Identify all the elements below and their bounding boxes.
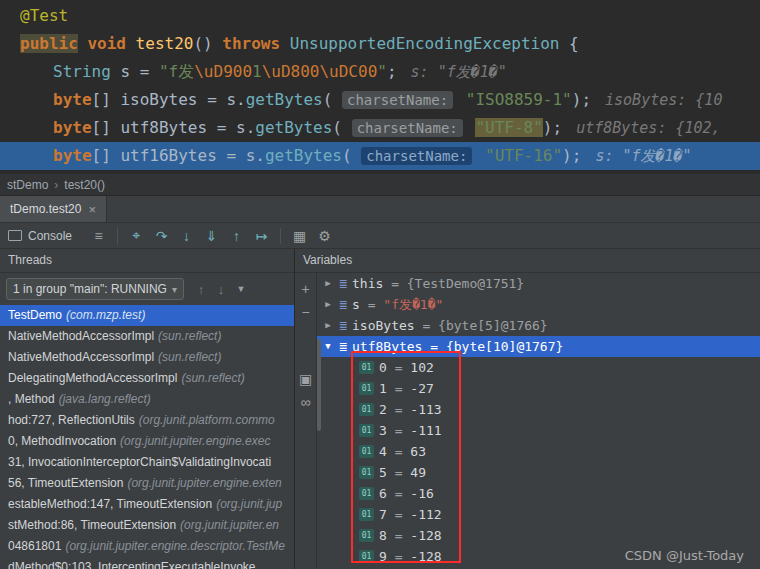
debug-toolbar-icons: ≡⌖↷↓⇓↑↦▦⚙ xyxy=(86,227,337,244)
frame-row[interactable]: 31, InvocationInterceptorChain$Validatin… xyxy=(0,452,294,473)
variable-row[interactable]: 014 = 63 xyxy=(317,441,760,462)
code-token: getBytes xyxy=(265,146,342,165)
code-token: "UTF-8" xyxy=(475,118,542,137)
code-token: "UTF-16" xyxy=(485,146,562,165)
frame-method: TestDemo xyxy=(8,308,62,322)
duplicate-watch-icon[interactable]: ▣ xyxy=(296,369,316,389)
frame-row[interactable]: stMethod:86, TimeoutExtension(org.junit.… xyxy=(0,515,294,536)
variable-row[interactable]: 015 = 49 xyxy=(317,462,760,483)
breadcrumb-item-class[interactable]: stDemo xyxy=(7,178,48,192)
frame-package: (org.junit.jupiter.engine.exec xyxy=(120,434,270,448)
variable-name: 3 xyxy=(379,420,387,441)
evaluate-loop-icon[interactable]: ∞ xyxy=(296,392,316,412)
menu-icon[interactable]: ≡ xyxy=(86,228,111,244)
inline-debug-hint: s: "f发�1�" xyxy=(411,63,507,81)
chevron-collapsed-icon[interactable]: ▶ xyxy=(321,273,335,294)
primitive-type-icon: 01 xyxy=(359,508,374,521)
add-watch-icon[interactable]: + xyxy=(296,279,316,299)
variable-value: -16 xyxy=(410,483,433,504)
variable-row[interactable]: 016 = -16 xyxy=(317,483,760,504)
variable-row[interactable]: 018 = -128 xyxy=(317,525,760,546)
step-into-icon[interactable]: ↓ xyxy=(174,228,199,244)
step-out-icon[interactable]: ↑ xyxy=(224,228,249,244)
previous-frame-icon[interactable]: ↑ xyxy=(192,282,210,297)
frame-method: DelegatingMethodAccessorImpl xyxy=(8,371,177,385)
variable-type-icon: ≣ xyxy=(335,294,352,315)
variable-row[interactable]: 010 = 102 xyxy=(317,357,760,378)
show-execution-point-icon[interactable]: ⌖ xyxy=(124,227,149,244)
remove-watch-icon[interactable]: − xyxy=(296,302,316,322)
frame-row[interactable]: TestDemo(com.mzp.test) xyxy=(0,305,294,326)
frame-row[interactable]: , Method(java.lang.reflect) xyxy=(0,389,294,410)
variable-type-icon: ≣ xyxy=(335,336,352,357)
frame-row[interactable]: 0, MethodInvocation(org.junit.jupiter.en… xyxy=(0,431,294,452)
code-token xyxy=(126,34,136,53)
frame-package: (sun.reflect) xyxy=(158,350,221,364)
code-line[interactable]: public void test20() throws UnsupportedE… xyxy=(0,30,760,58)
variable-name: 5 xyxy=(379,462,387,483)
variable-row[interactable]: ▶≣this = {TestDemo@1751} xyxy=(317,273,760,294)
force-step-into-icon[interactable]: ⇓ xyxy=(199,228,224,244)
frame-row[interactable]: 56, TimeoutExtension(org.junit.jupiter.e… xyxy=(0,473,294,494)
close-icon[interactable]: × xyxy=(88,202,96,217)
chevron-expanded-icon[interactable]: ▼ xyxy=(321,336,335,357)
frames-list: TestDemo(com.mzp.test)NativeMethodAccess… xyxy=(0,305,294,569)
variable-row[interactable]: 012 = -113 xyxy=(317,399,760,420)
code-token xyxy=(475,146,485,165)
breadcrumb-item-method[interactable]: test20() xyxy=(64,178,105,192)
frame-row[interactable]: hod:727, ReflectionUtils(org.junit.platf… xyxy=(0,410,294,431)
variables-toolbar: +−▣∞ xyxy=(295,273,317,569)
equals-sign: = xyxy=(387,504,410,525)
editor[interactable]: @Testpublic void test20() throws Unsuppo… xyxy=(0,0,760,174)
variable-name: 7 xyxy=(379,504,387,525)
restore-layout-icon[interactable]: ▦ xyxy=(287,228,312,244)
variable-row[interactable]: ▶≣isoBytes = {byte[5]@1766} xyxy=(317,315,760,336)
execution-line[interactable]: byte[] utf16Bytes = s.getBytes( charsetN… xyxy=(0,142,760,170)
variable-row[interactable]: ▶≣s = "f发�1�" xyxy=(317,294,760,315)
frame-row[interactable]: 04861801(org.junit.jupiter.engine.descri… xyxy=(0,536,294,557)
step-over-icon[interactable]: ↷ xyxy=(149,228,174,244)
primitive-type-icon: 01 xyxy=(359,382,374,395)
run-to-cursor-icon[interactable]: ↦ xyxy=(249,228,274,244)
tab-testdemo-test20[interactable]: tDemo.test20 × xyxy=(0,196,107,222)
chevron-collapsed-icon[interactable]: ▶ xyxy=(321,315,335,336)
code-line[interactable]: @Test xyxy=(0,2,760,30)
code-token: UnsupportedEncodingException xyxy=(290,34,560,53)
threads-nav-icons: ↑↓▼ xyxy=(192,282,250,297)
variable-name: 4 xyxy=(379,441,387,462)
next-frame-icon[interactable]: ↓ xyxy=(212,282,230,297)
code-token: ( xyxy=(332,118,351,137)
variable-name: 8 xyxy=(379,525,387,546)
frame-row[interactable]: estableMethod:147, TimeoutExtension(org.… xyxy=(0,494,294,515)
variable-row[interactable]: ▼≣utf8Bytes = {byte[10]@1767} xyxy=(317,336,760,357)
variable-row[interactable]: 017 = -112 xyxy=(317,504,760,525)
frame-row[interactable]: NativeMethodAccessorImpl(sun.reflect) xyxy=(0,326,294,347)
variable-value: -112 xyxy=(410,504,441,525)
code-token: getBytes xyxy=(255,118,332,137)
debugger-window: @Testpublic void test20() throws Unsuppo… xyxy=(0,0,760,569)
variable-name: isoBytes xyxy=(352,315,415,336)
frame-method: hod:727, ReflectionUtils xyxy=(8,413,135,427)
variable-row[interactable]: 011 = -27 xyxy=(317,378,760,399)
variable-row[interactable]: 013 = -111 xyxy=(317,420,760,441)
code-line[interactable]: byte[] isoBytes = s.getBytes( charsetNam… xyxy=(0,86,760,114)
code-line[interactable]: String s = "f发\uD9001\uD800\uDC00";s: "f… xyxy=(0,58,760,86)
code-token: byte xyxy=(53,118,92,137)
chevron-collapsed-icon[interactable]: ▶ xyxy=(321,294,335,315)
filter-icon[interactable]: ▼ xyxy=(232,284,250,294)
scrollbar-thumb[interactable] xyxy=(317,339,321,431)
equals-sign: = xyxy=(360,294,383,315)
primitive-type-icon: 01 xyxy=(359,424,374,437)
frame-row[interactable]: NativeMethodAccessorImpl(sun.reflect) xyxy=(0,347,294,368)
code-token: [] utf8Bytes = s. xyxy=(92,118,256,137)
code-token: ( xyxy=(323,90,342,109)
code-token: void xyxy=(87,34,126,53)
settings-icon[interactable]: ⚙ xyxy=(312,228,337,244)
variable-name: utf8Bytes xyxy=(352,336,422,357)
frame-row[interactable]: dMethod$0:103, InterceptingExecutableInv… xyxy=(0,557,294,569)
frame-row[interactable]: DelegatingMethodAccessorImpl(sun.reflect… xyxy=(0,368,294,389)
thread-selector-dropdown[interactable]: 1 in group "main": RUNNING ▾ xyxy=(6,278,184,300)
console-tab[interactable]: Console xyxy=(8,229,72,243)
frame-method: , Method xyxy=(8,392,55,406)
code-line[interactable]: byte[] utf8Bytes = s.getBytes( charsetNa… xyxy=(0,114,760,142)
